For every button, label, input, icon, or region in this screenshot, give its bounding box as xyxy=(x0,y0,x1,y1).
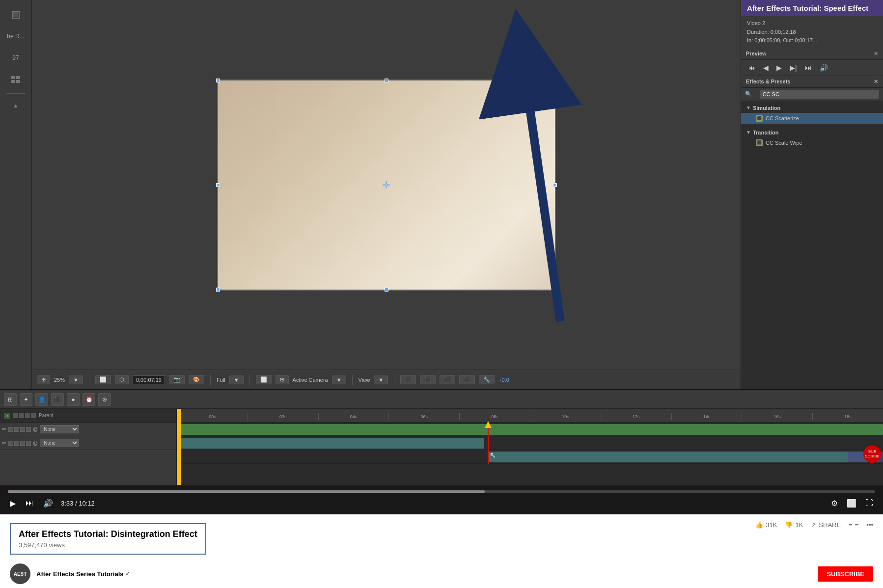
yt-settings-btn[interactable]: ⚙ xyxy=(829,497,840,510)
sep1 xyxy=(89,375,89,385)
audio-btn[interactable]: 🔊 xyxy=(817,63,830,73)
thumbs-up-icon: 👍 xyxy=(755,521,763,529)
track-row-2 xyxy=(177,436,883,450)
mask-btn[interactable]: ● xyxy=(67,393,80,406)
prev-frame-btn[interactable]: ◀ xyxy=(761,63,771,73)
sidebar-scroll-up[interactable]: ▲ xyxy=(3,96,28,115)
channel-info: After Effects Series Tutorials ✓ xyxy=(36,570,130,578)
preview-close[interactable]: ✕ xyxy=(874,51,878,57)
effect-btn[interactable]: ⏰ xyxy=(83,393,95,406)
layer2-parent-select[interactable]: None xyxy=(40,439,79,447)
sidebar-label-r: he R... xyxy=(3,27,28,46)
timeline-ruler[interactable]: 00s 02s 04s 06s 08s 10s 12s 14s 16s 18s xyxy=(177,409,883,423)
mark-04s: 04s xyxy=(318,413,389,420)
camera-label: Active Camera xyxy=(293,377,328,383)
render-view[interactable]: ⬛ xyxy=(440,375,455,384)
cc-scatterize-item[interactable]: ⬛ CC Scatterize xyxy=(741,113,883,124)
yt-volume-btn[interactable]: 🔊 xyxy=(41,497,55,510)
sep3 xyxy=(249,375,250,385)
subscribe-btn[interactable]: SUBSCRIBE xyxy=(818,566,873,582)
color-btn[interactable]: 🎨 xyxy=(189,375,204,384)
cc-scale-wipe-item[interactable]: ⬛ CC Scale Wipe xyxy=(741,137,883,148)
layer-view[interactable]: ⬛ xyxy=(420,375,436,384)
camera-snapshot[interactable]: 📷 xyxy=(169,375,185,384)
sidebar-tool-select[interactable] xyxy=(3,5,28,25)
progress-bar-container[interactable] xyxy=(8,490,875,493)
yt-play-btn[interactable]: ▶ xyxy=(8,497,18,510)
play-btn[interactable]: ▶ xyxy=(774,63,784,73)
progress-bar-buffered xyxy=(8,490,485,493)
yt-theater-btn[interactable]: ⬜ xyxy=(845,497,858,510)
zoom-dropdown[interactable]: ▼ xyxy=(69,375,83,384)
layer-row-1: ✏ @ None xyxy=(0,423,176,436)
viewer-toolbar: ⊞ 25% ▼ ⬜ ⬡ 0;00;07;19 📷 🎨 Full ▼ ⬜ ⊞ Ac… xyxy=(32,370,741,389)
comp-view[interactable]: ⬛ xyxy=(400,375,416,384)
sidebar-icon-grid[interactable] xyxy=(3,70,28,89)
skip-to-end-btn[interactable]: ⏭ xyxy=(802,63,814,73)
mark-02s: 02s xyxy=(248,413,318,420)
playhead[interactable] xyxy=(488,423,489,464)
toggle-grid[interactable]: ⊞ xyxy=(276,375,289,384)
timeline-layers: fx Parent ✏ xyxy=(0,409,177,485)
handle-tl[interactable] xyxy=(216,79,220,82)
left-sidebar: he R... 97 ▲ xyxy=(0,0,32,389)
composition-settings-btn[interactable]: ⊞ xyxy=(4,393,17,406)
handle-mr[interactable] xyxy=(553,183,557,187)
yt-fullscreen-btn[interactable]: ⛶ xyxy=(863,497,875,509)
parent-icon-2: @ xyxy=(33,440,38,446)
safe-area-btn[interactable]: ⬡ xyxy=(115,375,129,384)
track-bar-green[interactable] xyxy=(181,424,883,435)
effects-close[interactable]: ✕ xyxy=(874,79,878,85)
mark-16s: 16s xyxy=(742,413,812,420)
parent-icon-1: @ xyxy=(33,427,38,432)
layer1-parent-select[interactable]: None xyxy=(40,425,79,433)
next-frame-btn[interactable]: ▶| xyxy=(787,63,800,73)
effects-panel-header: Effects & Presets ✕ xyxy=(741,76,883,88)
view-dropdown[interactable]: ▼ xyxy=(374,375,388,384)
mark-00s: 00s xyxy=(177,413,248,420)
share-icon: ↗ xyxy=(811,521,816,529)
cursor-pointer: ↖ xyxy=(490,451,496,460)
likes-btn[interactable]: 👍 31K xyxy=(755,521,777,529)
layer-btn[interactable]: ⬛ xyxy=(51,393,64,406)
track-bar-teal-2[interactable] xyxy=(488,452,879,462)
sep4 xyxy=(352,375,353,385)
rewind-to-start-btn[interactable]: ⏮ xyxy=(746,63,758,73)
transition-title[interactable]: ▼ Transition xyxy=(741,128,883,137)
channel-name[interactable]: After Effects Series Tutorials ✓ xyxy=(36,570,130,578)
save-btn[interactable]: = = xyxy=(849,521,858,529)
solo-btn[interactable]: ✦ xyxy=(20,393,32,406)
dislikes-btn[interactable]: 👎 1K xyxy=(785,521,803,529)
search-input[interactable] xyxy=(760,90,879,99)
mark-08s: 08s xyxy=(459,413,530,420)
timecode-display[interactable]: 0;00;07;19 xyxy=(133,375,165,384)
transition-collapse-icon: ▼ xyxy=(746,130,751,135)
search-minus[interactable]: - xyxy=(755,91,757,97)
track-row-1 xyxy=(177,423,883,436)
handle-br[interactable] xyxy=(553,288,557,292)
subscribe-circle-btn[interactable]: SUBSCRIBE xyxy=(863,445,881,463)
handle-tr[interactable] xyxy=(553,79,557,82)
time-btn[interactable]: ⊛ xyxy=(98,393,111,406)
composition-viewer: ✛ xyxy=(32,0,741,370)
handle-bc[interactable] xyxy=(385,288,388,292)
channels-view[interactable]: ⬛ xyxy=(459,375,475,384)
handle-tc[interactable] xyxy=(385,79,388,82)
sidebar-value-97: 97 xyxy=(3,48,28,68)
simulation-title[interactable]: ▼ Simulation xyxy=(741,103,883,113)
track-bar-teal-1[interactable] xyxy=(181,438,484,449)
toggle-lock-btn[interactable]: 👤 xyxy=(35,393,48,406)
more-btn[interactable]: ••• xyxy=(866,521,873,529)
camera-dropdown[interactable]: ▼ xyxy=(332,375,346,384)
handle-bl[interactable] xyxy=(216,288,220,292)
snap-btn[interactable]: 🔧 xyxy=(479,375,495,384)
yt-video-title: After Effects Tutorial: Disintegration E… xyxy=(19,529,197,539)
handle-ml[interactable] xyxy=(216,183,220,187)
fit-btn[interactable]: ⬜ xyxy=(95,375,111,384)
quality-dropdown[interactable]: ▼ xyxy=(229,375,244,384)
preview-controls: ⏮ ◀ ▶ ▶| ⏭ 🔊 xyxy=(741,60,883,76)
yt-skip-btn[interactable]: ⏭ xyxy=(24,497,35,509)
grid-btn[interactable]: ⊞ xyxy=(37,375,50,384)
share-btn[interactable]: ↗ SHARE xyxy=(811,521,841,529)
toggle-alpha[interactable]: ⬜ xyxy=(256,375,272,384)
